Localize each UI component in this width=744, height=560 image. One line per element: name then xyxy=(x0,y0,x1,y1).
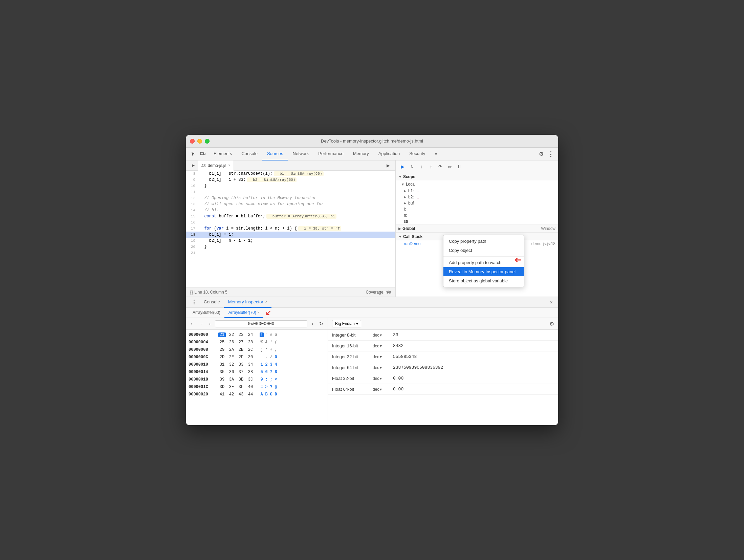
scope-header[interactable]: ▼ Scope xyxy=(396,173,558,180)
deactivate-btn[interactable]: ⤇ xyxy=(446,163,454,171)
more-options-icon[interactable]: ⋮ xyxy=(546,149,555,159)
inline-value-17: i = 39, str = "T xyxy=(298,226,341,231)
step-out-button[interactable]: ↑ xyxy=(427,163,435,171)
memory-inspector-close[interactable]: × xyxy=(265,300,267,304)
bottom-tab-memory-inspector[interactable]: Memory Inspector × xyxy=(224,297,271,308)
hex-byte-00[interactable]: 21 xyxy=(218,332,226,337)
int64-format-label: dec xyxy=(373,365,379,370)
hex-byte-70[interactable]: 3D xyxy=(218,385,226,389)
hex-byte-20[interactable]: 29 xyxy=(218,347,226,352)
scope-item-b1: ▶ b1: … xyxy=(396,188,558,194)
device-toggle-icon[interactable] xyxy=(198,149,207,159)
hex-byte-72[interactable]: 3F xyxy=(237,385,245,389)
tab-performance[interactable]: Performance xyxy=(313,148,348,160)
next-address-button[interactable]: › xyxy=(309,320,316,327)
step-over-button[interactable]: ↻ xyxy=(408,163,416,171)
step-into-button[interactable]: ↓ xyxy=(417,163,425,171)
hex-byte-30[interactable]: 2D xyxy=(218,355,226,360)
prev-address-button[interactable]: ‹ xyxy=(206,320,214,327)
address-bar: ← → ‹ › ↻ xyxy=(186,318,328,330)
hex-byte-22[interactable]: 2B xyxy=(237,347,245,352)
tab-application[interactable]: Application xyxy=(374,148,405,160)
file-tab-demo-js[interactable]: JS demo-js.js × xyxy=(198,160,234,171)
maximize-button[interactable] xyxy=(205,139,210,144)
subtab-arraybuffer-70[interactable]: ArrayBuffer(70) × xyxy=(224,308,264,318)
hex-byte-23[interactable]: 2C xyxy=(247,347,254,352)
hex-byte-73[interactable]: 40 xyxy=(247,385,254,389)
int64-format[interactable]: dec ▾ xyxy=(373,365,393,370)
float64-format[interactable]: dec ▾ xyxy=(373,387,393,392)
pause-on-exception[interactable]: ⏸ xyxy=(455,163,463,171)
hex-byte-83[interactable]: 44 xyxy=(247,392,254,397)
tab-security[interactable]: Security xyxy=(404,148,430,160)
hex-byte-42[interactable]: 33 xyxy=(237,362,245,367)
endian-selector[interactable]: Big Endian ▾ xyxy=(332,320,361,327)
back-button[interactable]: ← xyxy=(189,320,196,327)
hex-byte-51[interactable]: 36 xyxy=(228,370,235,374)
ctx-add-to-watch[interactable]: Add property path to watch xyxy=(443,258,524,267)
minimize-button[interactable] xyxy=(197,139,202,144)
tab-elements[interactable]: Elements xyxy=(209,148,237,160)
hex-byte-33[interactable]: 30 xyxy=(247,355,254,360)
hex-byte-52[interactable]: 37 xyxy=(237,370,245,374)
subtab-arraybuffer-60[interactable]: ArrayBuffer(60) xyxy=(189,308,224,318)
bottom-tab-console[interactable]: Console xyxy=(200,297,224,308)
close-button[interactable] xyxy=(190,139,195,144)
tab-network[interactable]: Network xyxy=(288,148,314,160)
hex-byte-60[interactable]: 39 xyxy=(218,377,226,382)
cursor-icon[interactable] xyxy=(189,149,198,159)
hex-byte-01[interactable]: 22 xyxy=(228,332,235,337)
hex-char-71: > xyxy=(264,385,268,389)
hex-byte-02[interactable]: 23 xyxy=(237,332,245,337)
ctx-store-global[interactable]: Store object as global variable xyxy=(443,276,524,285)
float32-format[interactable]: dec ▾ xyxy=(373,376,393,381)
file-tab-close[interactable]: × xyxy=(228,164,231,167)
tab-console[interactable]: Console xyxy=(237,148,262,160)
hex-byte-61[interactable]: 3A xyxy=(228,377,235,382)
interpreter-settings-icon[interactable]: ⚙ xyxy=(549,321,554,327)
close-bottom-panel[interactable]: × xyxy=(547,298,555,306)
hex-byte-63[interactable]: 3C xyxy=(247,377,254,382)
hex-byte-62[interactable]: 3B xyxy=(237,377,245,382)
int8-format[interactable]: dec ▾ xyxy=(373,333,393,338)
hex-byte-31[interactable]: 2E xyxy=(228,355,235,360)
source-nav-icon[interactable]: ▶ xyxy=(189,161,198,170)
hex-byte-53[interactable]: 38 xyxy=(247,370,254,374)
hex-byte-13[interactable]: 28 xyxy=(247,340,254,345)
hex-byte-81[interactable]: 42 xyxy=(228,392,235,397)
tab-sources[interactable]: Sources xyxy=(262,148,288,160)
ctx-copy-object[interactable]: Copy object xyxy=(443,246,524,255)
address-input[interactable] xyxy=(215,320,307,327)
bottom-panel-menu[interactable]: ⋮ xyxy=(189,299,200,305)
forward-button[interactable]: → xyxy=(197,320,205,327)
settings-icon[interactable]: ⚙ xyxy=(537,149,546,159)
local-scope-header[interactable]: ▼ Local xyxy=(396,180,558,188)
scope-item-i: i: xyxy=(396,206,558,212)
global-scope-header[interactable]: ▶ Global Window xyxy=(396,225,558,232)
tab-more[interactable]: » xyxy=(430,148,442,160)
float32-label: Float 32-bit xyxy=(332,376,373,381)
ctx-copy-property-path[interactable]: Copy property path xyxy=(443,237,524,246)
hex-byte-12[interactable]: 27 xyxy=(237,340,245,345)
ctx-reveal-memory[interactable]: Reveal in Memory Inspector panel xyxy=(443,267,524,276)
hex-byte-32[interactable]: 2F xyxy=(237,355,245,360)
tab-memory[interactable]: Memory xyxy=(348,148,374,160)
hex-byte-10[interactable]: 25 xyxy=(218,340,226,345)
hex-byte-40[interactable]: 31 xyxy=(218,362,226,367)
source-format-icon[interactable]: ▶ xyxy=(383,161,393,170)
refresh-button[interactable]: ↻ xyxy=(318,320,325,327)
hex-byte-82[interactable]: 43 xyxy=(237,392,245,397)
int16-format[interactable]: dec ▾ xyxy=(373,344,393,348)
hex-byte-80[interactable]: 41 xyxy=(218,392,226,397)
hex-byte-11[interactable]: 26 xyxy=(228,340,235,345)
int32-format[interactable]: dec ▾ xyxy=(373,354,393,359)
subtab-arraybuffer-70-close[interactable]: × xyxy=(258,310,260,314)
hex-byte-03[interactable]: 24 xyxy=(247,332,254,337)
hex-byte-50[interactable]: 35 xyxy=(218,370,226,374)
hex-byte-21[interactable]: 2A xyxy=(228,347,235,352)
hex-byte-43[interactable]: 34 xyxy=(247,362,254,367)
resume-button[interactable]: ▶ xyxy=(398,163,407,171)
hex-byte-41[interactable]: 32 xyxy=(228,362,235,367)
hex-byte-71[interactable]: 3E xyxy=(228,385,235,389)
step-button[interactable]: ↷ xyxy=(436,163,444,171)
